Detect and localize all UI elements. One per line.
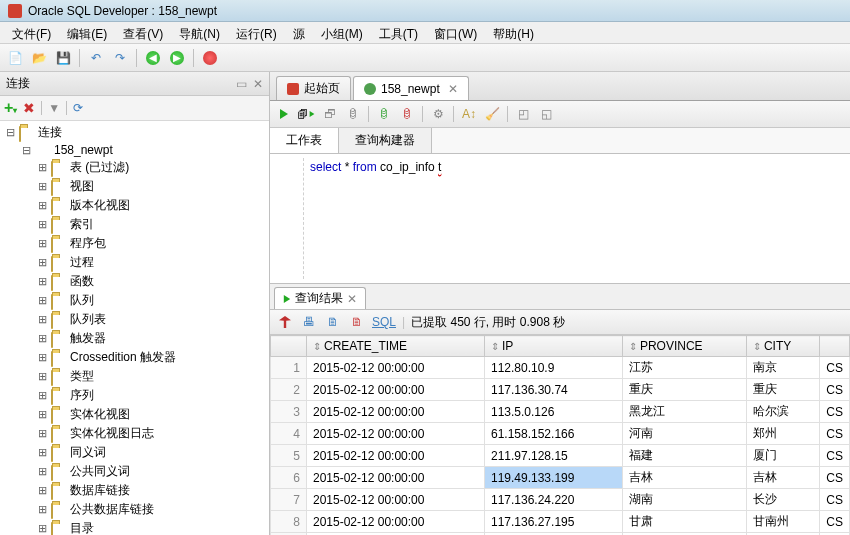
menu-item[interactable]: 帮助(H) (485, 24, 542, 41)
cell[interactable]: 2015-02-12 00:00:00 (307, 467, 485, 489)
cell[interactable]: 2015-02-12 00:00:00 (307, 379, 485, 401)
close-icon[interactable]: ✕ (253, 77, 263, 91)
expand-icon[interactable]: ⊞ (36, 503, 48, 516)
cell[interactable]: 江苏 (622, 357, 746, 379)
cell[interactable]: 长沙 (746, 489, 819, 511)
stop-button[interactable] (199, 47, 221, 69)
open-button[interactable]: 📂 (28, 47, 50, 69)
tree-node[interactable]: ⊞类型 (0, 367, 269, 386)
minimize-icon[interactable]: ▭ (236, 77, 247, 91)
tool2-button[interactable]: ◰ (513, 104, 533, 124)
cell[interactable]: 黑龙江 (622, 401, 746, 423)
results-tab-query[interactable]: 查询结果 ✕ (274, 287, 366, 309)
expand-icon[interactable]: ⊞ (36, 389, 48, 402)
table-row[interactable]: 22015-02-12 00:00:00117.136.30.74重庆重庆CS (271, 379, 850, 401)
cell[interactable]: 2015-02-12 00:00:00 (307, 357, 485, 379)
print-button[interactable]: 🖶 (300, 313, 318, 331)
pin-button[interactable] (276, 313, 294, 331)
cell[interactable]: 厦门 (746, 445, 819, 467)
tree-node[interactable]: ⊟连接 (0, 123, 269, 142)
expand-icon[interactable]: ⊞ (36, 332, 48, 345)
menu-item[interactable]: 查看(V) (115, 24, 171, 41)
menu-item[interactable]: 窗口(W) (426, 24, 485, 41)
menu-item[interactable]: 文件(F) (4, 24, 59, 41)
cell[interactable]: 113.5.0.126 (484, 401, 622, 423)
redo-button[interactable]: ↷ (109, 47, 131, 69)
column-header[interactable]: ⇕IP (484, 336, 622, 357)
explain-button[interactable]: 🗗 (320, 104, 340, 124)
menu-item[interactable]: 运行(R) (228, 24, 285, 41)
cell[interactable]: 重庆 (746, 379, 819, 401)
worktab-builder[interactable]: 查询构建器 (339, 128, 432, 153)
menu-item[interactable]: 工具(T) (371, 24, 426, 41)
expand-icon[interactable]: ⊞ (36, 313, 48, 326)
expand-icon[interactable]: ⊞ (36, 275, 48, 288)
tree-node[interactable]: ⊞Crossedition 触发器 (0, 348, 269, 367)
cell[interactable]: 南京 (746, 357, 819, 379)
cell[interactable]: 甘南州 (746, 511, 819, 533)
tree-node[interactable]: ⊞版本化视图 (0, 196, 269, 215)
menu-item[interactable]: 导航(N) (171, 24, 228, 41)
run-button[interactable] (274, 104, 294, 124)
tree-node[interactable]: ⊞公共同义词 (0, 462, 269, 481)
tree-node[interactable]: ⊟158_newpt (0, 142, 269, 158)
table-row[interactable]: 72015-02-12 00:00:00117.136.24.220湖南长沙CS (271, 489, 850, 511)
tree-node[interactable]: ⊞实体化视图日志 (0, 424, 269, 443)
cell[interactable]: 甘肃 (622, 511, 746, 533)
cell[interactable]: 重庆 (622, 379, 746, 401)
back-button[interactable]: ◀ (142, 47, 164, 69)
sql-editor[interactable]: select * from co_ip_info t (270, 154, 850, 284)
tab-start[interactable]: 起始页 (276, 76, 351, 100)
cell[interactable]: 2015-02-12 00:00:00 (307, 423, 485, 445)
menu-item[interactable]: 编辑(E) (59, 24, 115, 41)
tree-node[interactable]: ⊞函数 (0, 272, 269, 291)
expand-icon[interactable]: ⊞ (36, 446, 48, 459)
table-row[interactable]: 52015-02-12 00:00:00211.97.128.15福建厦门CS (271, 445, 850, 467)
export-button[interactable]: 🗎 (324, 313, 342, 331)
undo-button[interactable]: ↶ (85, 47, 107, 69)
expand-icon[interactable]: ⊞ (36, 370, 48, 383)
rollback-button[interactable]: 🛢 (397, 104, 417, 124)
save-button[interactable]: 💾 (52, 47, 74, 69)
table-row[interactable]: 12015-02-12 00:00:00112.80.10.9江苏南京CS (271, 357, 850, 379)
expand-icon[interactable]: ⊟ (20, 144, 32, 157)
menu-item[interactable]: 源 (285, 24, 313, 41)
table-row[interactable]: 62015-02-12 00:00:00119.49.133.199吉林吉林CS (271, 467, 850, 489)
new-button[interactable]: 📄 (4, 47, 26, 69)
tree-node[interactable]: ⊞索引 (0, 215, 269, 234)
cell[interactable]: 117.136.24.220 (484, 489, 622, 511)
table-row[interactable]: 82015-02-12 00:00:00117.136.27.195甘肃甘南州C… (271, 511, 850, 533)
commit-button[interactable]: 🛢 (374, 104, 394, 124)
expand-icon[interactable]: ⊞ (36, 427, 48, 440)
cell[interactable]: 211.97.128.15 (484, 445, 622, 467)
tab-worksheet[interactable]: 158_newpt ✕ (353, 76, 469, 100)
cell[interactable]: 吉林 (746, 467, 819, 489)
cell[interactable]: 吉林 (622, 467, 746, 489)
close-tab-icon[interactable]: ✕ (448, 82, 458, 96)
expand-icon[interactable]: ⊞ (36, 180, 48, 193)
format-button[interactable]: A↕ (459, 104, 479, 124)
cell[interactable]: 2015-02-12 00:00:00 (307, 511, 485, 533)
expand-icon[interactable]: ⊞ (36, 161, 48, 174)
tool3-button[interactable]: ◱ (536, 104, 556, 124)
cell[interactable]: 2015-02-12 00:00:00 (307, 489, 485, 511)
expand-icon[interactable]: ⊞ (36, 408, 48, 421)
clear-button[interactable]: 🧹 (482, 104, 502, 124)
cell[interactable]: 112.80.10.9 (484, 357, 622, 379)
table-row[interactable]: 42015-02-12 00:00:0061.158.152.166河南郑州CS (271, 423, 850, 445)
column-header[interactable]: ⇕CREATE_TIME (307, 336, 485, 357)
cell[interactable]: 哈尔滨 (746, 401, 819, 423)
tree-node[interactable]: ⊞表 (已过滤) (0, 158, 269, 177)
expand-icon[interactable]: ⊞ (36, 351, 48, 364)
expand-icon[interactable]: ⊞ (36, 484, 48, 497)
add-button[interactable]: +▾ (4, 99, 17, 117)
menu-item[interactable]: 小组(M) (313, 24, 371, 41)
close-icon[interactable]: ✕ (347, 292, 357, 306)
cell[interactable]: 福建 (622, 445, 746, 467)
worktab-worksheet[interactable]: 工作表 (270, 128, 339, 153)
tree-node[interactable]: ⊞过程 (0, 253, 269, 272)
tree-node[interactable]: ⊞程序包 (0, 234, 269, 253)
cell[interactable]: 61.158.152.166 (484, 423, 622, 445)
tree-node[interactable]: ⊞视图 (0, 177, 269, 196)
filter-button[interactable]: ▼ (48, 101, 60, 115)
